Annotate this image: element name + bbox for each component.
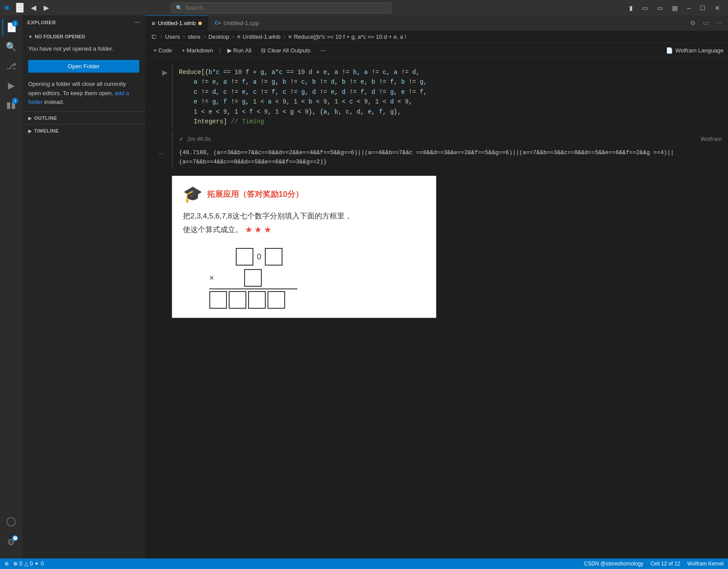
image-body-text1: 把2,3,4,5,6,7,8这七个数字分别填入下面的方框里， bbox=[183, 212, 352, 220]
no-folder-section: ▼ NO FOLDER OPENED You have not yet open… bbox=[22, 30, 145, 111]
run-icon: ▶ bbox=[8, 80, 15, 91]
breadcrumb-symbol: Reduce[{b*c == 10 f + g, a*c == 10 d + e… bbox=[294, 33, 406, 40]
output-gutter: ... bbox=[145, 147, 172, 155]
output-status-bar: ✓ 2m 46.0s Wolfram bbox=[179, 134, 722, 144]
cell-delete-button[interactable]: 🗑 bbox=[707, 63, 719, 72]
sidebar-header: EXPLORER ⋯ bbox=[22, 15, 145, 30]
cell-run-button[interactable]: ▶ bbox=[162, 68, 167, 77]
account-icon: ◯ bbox=[6, 516, 16, 526]
timeline-label: TIMELINE bbox=[34, 128, 59, 133]
outline-toggle[interactable]: ▶ OUTLINE bbox=[28, 115, 139, 121]
remote-icon: ⊛ bbox=[4, 561, 9, 567]
activity-explorer[interactable]: 📄 1 bbox=[2, 18, 20, 36]
execution-time: 2m 46.0s bbox=[187, 136, 211, 142]
sidebar-more-button[interactable]: ⋯ bbox=[134, 19, 140, 26]
explorer-badge: 1 bbox=[12, 20, 18, 26]
image-body: 把2,3,4,5,6,7,8这七个数字分别填入下面的方框里， 使这个算式成立。 … bbox=[183, 210, 425, 236]
maximize-button[interactable]: ☐ bbox=[696, 4, 709, 12]
breadcrumb-sep1: > bbox=[160, 33, 163, 40]
tab-cpp[interactable]: C+ Untitled-1.cpp bbox=[208, 15, 266, 30]
cell-more-button[interactable]: ⋯ bbox=[695, 63, 707, 72]
settings-gear-button[interactable]: ⚙ bbox=[688, 18, 698, 27]
settings-badge: 🕐 bbox=[12, 535, 18, 541]
layout-split-button[interactable]: ▭ bbox=[639, 4, 651, 12]
activity-account[interactable]: ◯ bbox=[2, 512, 20, 530]
breadcrumb-c: C: bbox=[152, 33, 157, 40]
tab-wlnb-icon: ≡ bbox=[152, 20, 155, 27]
breadcrumb-desktop: Desktop bbox=[208, 33, 230, 40]
add-code-button[interactable]: + Code bbox=[150, 46, 175, 55]
output-image-card: 🎓 拓展应用（答对奖励10分） 把2,3,4,5,6,7,8这七个数字分别填入下… bbox=[172, 176, 436, 318]
minimize-button[interactable]: – bbox=[683, 4, 694, 12]
sidebar: EXPLORER ⋯ ▼ NO FOLDER OPENED You have n… bbox=[22, 15, 145, 558]
code-num1: 10 bbox=[234, 69, 242, 76]
multiply-symbol: × bbox=[209, 273, 214, 283]
status-right: CSDN @stereohomology Cell 12 of 12 Wolfr… bbox=[584, 561, 724, 567]
activity-source-control[interactable]: ⎇ bbox=[2, 57, 20, 75]
math-row-3 bbox=[209, 291, 285, 309]
hamburger-menu-button[interactable]: ☰ bbox=[16, 3, 24, 13]
split-editor-button[interactable]: ▭ bbox=[701, 18, 710, 27]
errors-status[interactable]: ⊗ 0 △ 0 ✦ 0 bbox=[13, 561, 44, 567]
layout-sidebar-button[interactable]: ▭ bbox=[654, 4, 666, 12]
cell-split-button[interactable]: ▬ bbox=[683, 63, 695, 72]
breadcrumb-file-icon: ≡ bbox=[237, 33, 241, 40]
activity-search[interactable]: 🔍 bbox=[2, 38, 20, 55]
search-bar[interactable]: 🔍 bbox=[171, 3, 391, 13]
remote-status[interactable]: ⊛ bbox=[4, 561, 9, 567]
nav-forward-button[interactable]: ▶ bbox=[41, 3, 52, 13]
output-lang-label: Wolfram bbox=[701, 136, 722, 142]
code-op2: == bbox=[223, 69, 231, 76]
activity-run[interactable]: ▶ bbox=[2, 77, 20, 94]
status-bar: ⊛ ⊗ 0 △ 0 ✦ 0 CSDN @stereohomology Cell … bbox=[0, 558, 728, 569]
source-label: CSDN @stereohomology bbox=[584, 561, 643, 567]
breadcrumb-filename: Untitled-1.wlnb bbox=[243, 33, 281, 40]
layout-panel-button[interactable]: ▮ bbox=[626, 4, 636, 12]
warning-count: 0 bbox=[30, 561, 33, 567]
toolbar-more-button[interactable]: ⋯ bbox=[317, 46, 330, 55]
source-control-icon: ⎇ bbox=[6, 61, 16, 71]
run-all-button[interactable]: ▶ Run All bbox=[224, 46, 255, 55]
open-folder-button[interactable]: Open Folder bbox=[28, 60, 139, 73]
hint-text-1: Opening a folder will close all currentl… bbox=[28, 81, 126, 96]
activity-settings[interactable]: ⚙ 🕐 bbox=[2, 533, 20, 551]
cell-code[interactable]: Reduce[{b*c == 10 f + g, a*c == 10 d + e… bbox=[172, 65, 728, 129]
titlebar: ■ ☰ ◀ ▶ 🔍 ▮ ▭ ▭ ▤ – ☐ ✕ bbox=[0, 0, 728, 15]
vscode-logo-icon: ■ bbox=[4, 3, 9, 12]
output-text: {48.7188, (a==3&&b==7&&c==8&&d==2&&e==4&… bbox=[172, 147, 728, 169]
math-box-3 bbox=[244, 269, 262, 287]
window-controls: ▮ ▭ ▭ ▤ – ☐ ✕ bbox=[626, 4, 724, 12]
cell-gutter: ▶ bbox=[145, 65, 172, 129]
tab-wlnb-label: Untitled-1.wlnb bbox=[158, 20, 196, 26]
arrow-right-icon: ▶ bbox=[28, 116, 32, 121]
cell-info-item[interactable]: Cell 12 of 12 bbox=[650, 561, 680, 567]
cell-run-above-button[interactable]: ▶| bbox=[659, 63, 671, 72]
tab-modified-dot bbox=[198, 22, 202, 25]
layout-grid-button[interactable]: ▤ bbox=[669, 4, 681, 12]
clear-outputs-button[interactable]: ⊟ Clear All Outputs bbox=[257, 46, 314, 55]
activity-extensions[interactable]: ▮▮ 1 bbox=[2, 96, 20, 114]
notebook-content: ▶ Reduce[{b*c == 10 f + g, a*c == 10 d +… bbox=[145, 58, 728, 558]
add-markdown-button[interactable]: + Markdown bbox=[178, 46, 216, 55]
cell-output: ✓ 2m 46.0s Wolfram bbox=[172, 131, 728, 147]
language-selector[interactable]: 📄 Wolfram Language bbox=[666, 47, 724, 54]
code-var3: f bbox=[245, 69, 249, 76]
status-left: ⊛ ⊗ 0 △ 0 ✦ 0 bbox=[4, 561, 44, 567]
no-folder-toggle[interactable]: ▼ NO FOLDER OPENED bbox=[28, 34, 139, 39]
folder-hint: Opening a folder will close all currentl… bbox=[28, 80, 139, 107]
cell-run-below-button[interactable]: |▶ bbox=[671, 63, 683, 72]
nav-back-button[interactable]: ◀ bbox=[28, 3, 39, 13]
tab-wlnb[interactable]: ≡ Untitled-1.wlnb bbox=[145, 15, 208, 30]
warning-icon: △ bbox=[24, 561, 28, 567]
hint-text-2: instead. bbox=[43, 99, 64, 105]
math-box-1 bbox=[236, 248, 253, 266]
search-input[interactable] bbox=[185, 4, 386, 11]
kernel-status[interactable]: Wolfram Kernel bbox=[687, 561, 724, 567]
math-row-2: × bbox=[209, 269, 306, 287]
tab-bar-actions: ⚙ ▭ ⋯ bbox=[684, 15, 728, 30]
tab-more-button[interactable]: ⋯ bbox=[714, 18, 724, 27]
cell-info: Cell 12 of 12 bbox=[650, 561, 680, 567]
close-button[interactable]: ✕ bbox=[711, 4, 724, 12]
notebook-toolbar: + Code + Markdown | ▶ Run All ⊟ Clear Al… bbox=[145, 43, 728, 58]
timeline-toggle[interactable]: ▶ TIMELINE bbox=[28, 128, 139, 133]
